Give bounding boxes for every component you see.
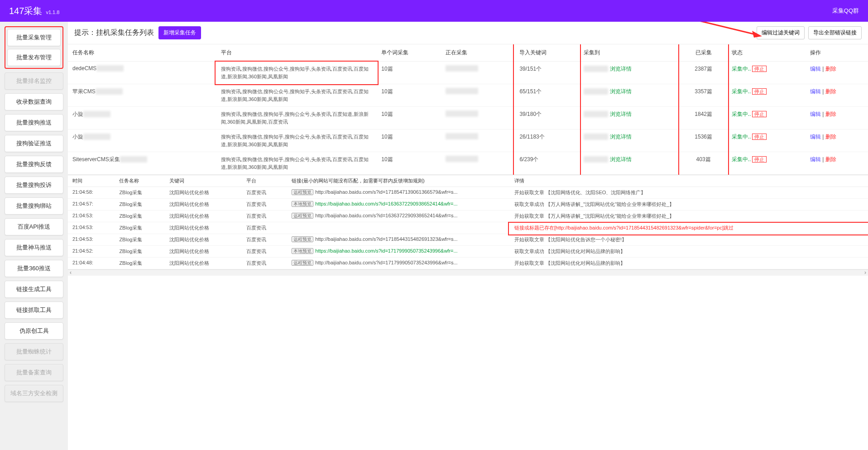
log-url[interactable]: http://baijiahao.baidu.com/s?id=17185443… [315, 236, 457, 242]
blurred-text: xxxxxxxxxx [120, 156, 147, 163]
blurred-text: xxxxxxxxxx [83, 111, 110, 117]
edit-link[interactable]: 编辑 [810, 134, 821, 140]
sidebar-item-publish-mgmt[interactable]: 批量发布管理 [7, 49, 61, 66]
log-col-1: 任务名称 [115, 175, 165, 187]
task-row: 苹果CMSxxxxxxxxxx搜狗资讯,搜狗微信,搜狗公众号,搜狗知乎,头条资讯… [68, 84, 868, 107]
blurred-text: xxxxxxxxxxxx [446, 110, 478, 117]
log-detail: 开始获取文章 【沈阳网络优化、沈阳SEO、沈阳网络推广】 [510, 187, 868, 199]
svg-line-0 [681, 22, 755, 34]
sidebar-item-3[interactable]: 搜狗验证推送 [5, 135, 63, 152]
add-task-button[interactable]: 新增采集任务 [158, 26, 201, 39]
sidebar-item-1[interactable]: 收录数据查询 [5, 93, 63, 110]
blurred-text: xxxxxxxxxx [83, 134, 110, 140]
task-table: 任务名称平台单个词采集正在采集导入关键词采集到已采集状态操作 dedeCMSxx… [68, 44, 868, 175]
sidebar-item-11[interactable]: 链接抓取工具 [5, 302, 63, 319]
log-url[interactable]: http://baijiahao.baidu.com/s?id=16363722… [315, 213, 457, 218]
status-text: 采集中.. [732, 134, 751, 140]
edit-link[interactable]: 编辑 [810, 88, 821, 95]
log-detail: 获取文章成功 【沈阳网站优化对网站品牌的影响】 [510, 246, 868, 258]
view-detail-link[interactable]: 浏览详情 [610, 111, 632, 117]
view-detail-link[interactable]: 浏览详情 [610, 66, 632, 72]
log-detail: 开始获取文章 【沈阳网站优化告诉您一个小秘密!】 [510, 234, 868, 246]
log-col-4: 链接(最小的网站可能没有匹配，如需要可群内反馈增加规则) [287, 175, 510, 187]
stop-button[interactable]: 停止 [752, 88, 767, 95]
log-detail: 开始获取文章 【万人网络讲解_"沈阳网站优化"能给企业带来哪些好处_】 [510, 211, 868, 222]
delete-link[interactable]: 删除 [825, 156, 836, 163]
log-col-0: 时间 [68, 175, 115, 187]
log-url[interactable]: https://baijiahao.baidu.com/s?id=1636372… [315, 201, 457, 206]
annotation-arrow [681, 22, 762, 40]
log-row: 21:04:53:ZBlog采集沈阳网站优化价格百度资讯链接或标题已存在[htt… [68, 222, 868, 234]
task-col-5: 采集到 [579, 44, 680, 62]
sidebar-item-8[interactable]: 批量神马推送 [5, 239, 63, 256]
preview-tag[interactable]: 远程预览 [292, 236, 313, 242]
view-detail-link[interactable]: 浏览详情 [610, 156, 632, 163]
preview-tag[interactable]: 远程预览 [292, 213, 313, 219]
log-row: 21:04:48:ZBlog采集沈阳网站优化价格百度资讯远程预览http://b… [68, 258, 868, 269]
status-text: 采集中.. [732, 156, 751, 163]
delete-link[interactable]: 删除 [825, 66, 836, 72]
sidebar-item-9[interactable]: 批量360推送 [5, 260, 63, 277]
horizontal-scrollbar[interactable] [68, 269, 868, 276]
delete-link[interactable]: 删除 [825, 88, 836, 95]
log-row: 21:04:53:ZBlog采集沈阳网站优化价格百度资讯远程预览http://b… [68, 211, 868, 222]
sidebar-item-collect-mgmt[interactable]: 批量采集管理 [7, 29, 61, 46]
stop-button[interactable]: 停止 [752, 156, 767, 163]
task-col-7: 状态 [727, 44, 806, 62]
preview-tag[interactable]: 远程预览 [292, 189, 313, 195]
task-row: SiteserverCMS采集xxxxxxxxxx搜狗资讯,搜狗微信,搜狗知乎,… [68, 152, 868, 175]
sidebar-item-6[interactable]: 批量搜狗绑站 [5, 197, 63, 215]
edit-link[interactable]: 编辑 [810, 111, 821, 117]
sidebar-item-10[interactable]: 链接生成工具 [5, 281, 63, 298]
log-url[interactable]: http://baijiahao.baidu.com/s?id=17179990… [315, 260, 457, 265]
main-panel: 提示：挂机采集任务列表 新增采集任务 编辑过滤关键词 导出全部错误链接 任务名称… [68, 22, 868, 450]
sidebar-item-12[interactable]: 伪原创工具 [5, 322, 63, 340]
view-detail-link[interactable]: 浏览详情 [610, 134, 632, 140]
task-col-6: 已采集 [680, 44, 727, 62]
qq-group-link[interactable]: 采集QQ群 [832, 7, 859, 14]
sidebar-item-14: 批量备案查询 [5, 364, 63, 381]
blurred-text: xxxxxxxxxxxx [446, 88, 478, 94]
task-row: 小旋xxxxxxxxxx搜狗资讯,搜狗微信,搜狗知乎,搜狗公众号,头条资讯,百度… [68, 129, 868, 152]
sidebar-item-7[interactable]: 百度API推送 [5, 218, 63, 235]
sidebar: 批量采集管理 批量发布管理 批量排名监控收录数据查询批量搜狗推送搜狗验证推送批量… [0, 22, 68, 450]
task-col-1: 平台 [216, 44, 377, 62]
log-col-5: 详情 [510, 175, 868, 187]
log-url[interactable]: http://baijiahao.baidu.com/s?id=17185471… [315, 189, 457, 195]
delete-link[interactable]: 删除 [825, 134, 836, 140]
blurred-text: xxxxxxxxx [584, 134, 608, 140]
delete-link[interactable]: 删除 [825, 111, 836, 117]
blurred-text: xxxxxxxxxxxx [446, 156, 478, 162]
task-col-2: 单个词采集 [377, 44, 441, 62]
log-panel: 时间任务名称关键词平台链接(最小的网站可能没有匹配，如需要可群内反馈增加规则)详… [68, 175, 868, 276]
preview-tag[interactable]: 远程预览 [292, 260, 313, 266]
stop-button[interactable]: 停止 [752, 134, 767, 140]
log-row: 21:04:58:ZBlog采集沈阳网站优化价格百度资讯远程预览http://b… [68, 187, 868, 199]
sidebar-item-2[interactable]: 批量搜狗推送 [5, 114, 63, 131]
task-row: 小旋xxxxxxxxxx搜狗资讯,搜狗微信,搜狗知乎,搜狗公众号,头条资讯,百度… [68, 107, 868, 129]
blurred-text: xxxxxxxxx [584, 88, 608, 95]
preview-tag[interactable]: 本地预览 [292, 248, 313, 254]
view-detail-link[interactable]: 浏览详情 [610, 88, 632, 95]
blurred-text: xxxxxxxxx [584, 111, 608, 117]
preview-tag[interactable]: 本地预览 [292, 201, 313, 207]
task-table-wrap: 任务名称平台单个词采集正在采集导入关键词采集到已采集状态操作 dedeCMSxx… [68, 44, 868, 175]
edit-link[interactable]: 编辑 [810, 156, 821, 163]
stop-button[interactable]: 停止 [752, 66, 767, 72]
app-header: 147采集 v1.1.8 采集QQ群 [0, 0, 868, 22]
stop-button[interactable]: 停止 [752, 111, 767, 117]
filter-keywords-button[interactable]: 编辑过滤关键词 [757, 26, 805, 39]
log-detail: 获取文章成功 【万人网络讲解_"沈阳网站优化"能给企业带来哪些好处_】 [510, 199, 868, 211]
log-col-3: 平台 [242, 175, 287, 187]
sidebar-item-5[interactable]: 批量搜狗投诉 [5, 177, 63, 194]
export-errors-button[interactable]: 导出全部错误链接 [808, 26, 862, 39]
task-col-8: 操作 [806, 44, 868, 62]
sidebar-item-4[interactable]: 批量搜狗反馈 [5, 156, 63, 173]
blurred-text: xxxxxxxxxx [96, 65, 124, 72]
toolbar: 提示：挂机采集任务列表 新增采集任务 编辑过滤关键词 导出全部错误链接 [68, 22, 868, 44]
status-text: 采集中.. [732, 88, 751, 95]
sidebar-item-0: 批量排名监控 [5, 72, 63, 90]
edit-link[interactable]: 编辑 [810, 66, 821, 72]
page-title: 提示：挂机采集任务列表 [74, 28, 154, 38]
log-url[interactable]: https://baijiahao.baidu.com/s?id=1717999… [315, 248, 457, 254]
